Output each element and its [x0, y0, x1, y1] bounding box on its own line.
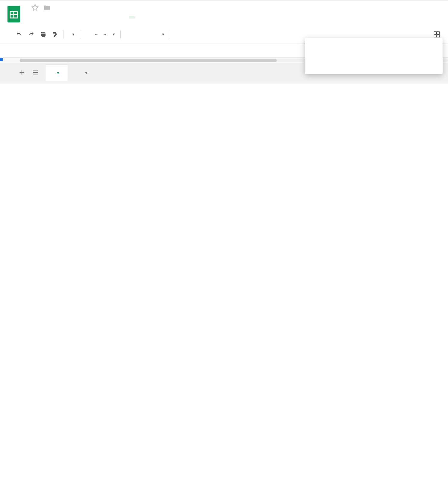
- chevron-down-icon[interactable]: ▼: [56, 71, 60, 75]
- menu-edit[interactable]: [38, 16, 42, 19]
- menu-tools[interactable]: [95, 16, 99, 19]
- menu-help[interactable]: [118, 16, 122, 19]
- chevron-down-icon[interactable]: ▼: [84, 71, 88, 75]
- menu-bar: [27, 16, 442, 19]
- menu-data[interactable]: [84, 16, 87, 19]
- paint-format-icon[interactable]: [52, 31, 59, 38]
- folder-icon[interactable]: [43, 4, 51, 13]
- add-sheet-icon[interactable]: [18, 69, 26, 78]
- sheets-app-icon[interactable]: [6, 4, 22, 25]
- redo-icon[interactable]: [28, 31, 35, 38]
- increase-decimal-button[interactable]: →: [103, 32, 107, 37]
- number-format-select[interactable]: ▼: [111, 32, 116, 37]
- sync-add-event[interactable]: [305, 44, 443, 52]
- print-icon[interactable]: [40, 31, 47, 38]
- font-select[interactable]: ▼: [125, 32, 165, 37]
- menu-insert[interactable]: [61, 16, 65, 19]
- borders-icon[interactable]: [433, 31, 440, 38]
- star-icon[interactable]: [31, 4, 39, 13]
- sheet-tab-groups[interactable]: ▼: [46, 65, 68, 81]
- decrease-decimal-button[interactable]: ←: [95, 32, 98, 37]
- menu-file[interactable]: [27, 16, 31, 19]
- sync-update-events[interactable]: [305, 52, 443, 60]
- menu-view[interactable]: [50, 16, 53, 19]
- sheet-tab-events[interactable]: ▼: [74, 65, 96, 81]
- menu-format[interactable]: [72, 16, 76, 19]
- sync-dropdown: [305, 38, 443, 74]
- zoom-select[interactable]: ▼: [69, 32, 75, 37]
- menu-addons[interactable]: [107, 16, 110, 19]
- all-sheets-icon[interactable]: [32, 69, 40, 78]
- sync-update-groups[interactable]: [305, 60, 443, 69]
- undo-icon[interactable]: [16, 31, 23, 38]
- menu-sync[interactable]: [129, 16, 135, 19]
